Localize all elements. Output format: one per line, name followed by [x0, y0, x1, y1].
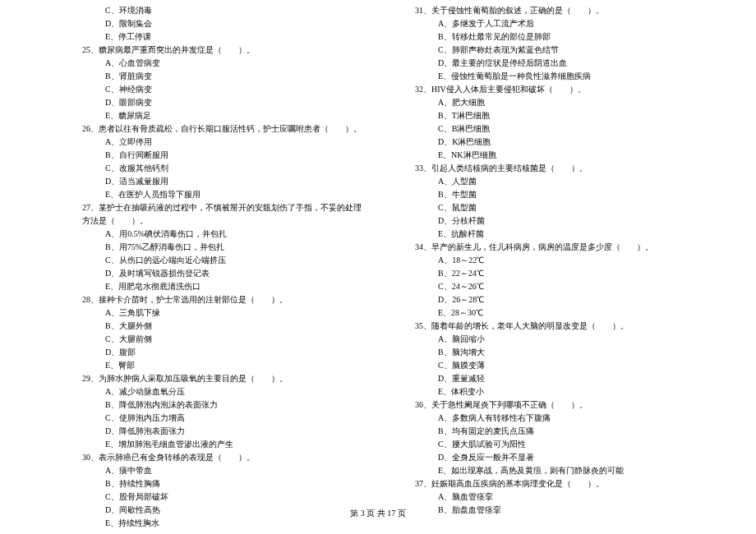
option-line: B、T淋巴细胞 — [415, 109, 698, 122]
document-columns: C、环境消毒D、限制集会E、停工停课25、糖尿病最严重而突出的并发症是（ ）。A… — [82, 4, 698, 530]
option-line: D、重量减轻 — [415, 372, 698, 385]
option-line: D、分枝杆菌 — [415, 214, 698, 228]
option-line: C、使肺泡内压力增高 — [82, 412, 366, 425]
question-line: 36、关于急性阑尾炎下列哪项不正确（ ）。 — [415, 398, 698, 412]
question-line: 30、表示肺癌已有全身转移的表现是（ ）。 — [82, 451, 366, 464]
option-line: C、鼠型菌 — [415, 201, 698, 214]
option-line: B、牛型菌 — [415, 188, 698, 201]
option-line: E、侵蚀性葡萄胎是一种良性滋养细胞疾病 — [415, 70, 698, 83]
page-footer: 第 3 页 共 17 页 — [0, 508, 756, 519]
option-line: C、脑膜变薄 — [415, 359, 698, 372]
question-line: 29、为肺水肿病人采取加压吸氧的主要目的是（ ）。 — [82, 372, 366, 385]
option-line: E、糖尿病足 — [82, 109, 366, 122]
option-line: D、限制集会 — [82, 17, 366, 30]
option-line: B、脑沟增大 — [415, 346, 698, 359]
option-line: E、如出现寒战，高热及黄疸，则有门静脉炎的可能 — [415, 464, 698, 477]
question-line: 28、接种卡介苗时，护士常选用的注射部位是（ ）。 — [82, 293, 366, 306]
option-line: E、用肥皂水彻底清洗伤口 — [82, 280, 366, 293]
question-line: 35、随着年龄的增长，老年人大脑的明显改变是（ ）。 — [415, 320, 698, 333]
option-line: A、立即停用 — [82, 136, 366, 149]
option-line: A、肥大细胞 — [415, 96, 698, 109]
option-line: C、神经病变 — [82, 83, 366, 96]
option-line: A、心血管病变 — [82, 57, 366, 70]
option-line: B、降低肺泡内泡沫的表面张力 — [82, 398, 366, 412]
option-line: E、在医护人员指导下服用 — [82, 188, 366, 201]
option-line: C、肺部声称灶表现为紫蓝色结节 — [415, 44, 698, 57]
option-line: B、持续性胸痛 — [82, 477, 366, 490]
option-line: B、均有固定的麦氏点压痛 — [415, 425, 698, 438]
option-line: D、K淋巴细胞 — [415, 136, 698, 149]
option-line: D、全身反应一般并不显著 — [415, 451, 698, 464]
option-line: C、环境消毒 — [82, 4, 366, 17]
left-column: C、环境消毒D、限制集会E、停工停课25、糖尿病最严重而突出的并发症是（ ）。A… — [82, 4, 366, 530]
option-line: D、眼部病变 — [82, 96, 366, 109]
option-line: E、停工停课 — [82, 30, 366, 44]
option-line: E、增加肺泡毛细血管渗出液的产生 — [82, 438, 366, 451]
option-line: A、多继发于人工流产术后 — [415, 17, 698, 30]
option-line: D、及时填写锐器损伤登记表 — [82, 267, 366, 280]
option-line: D、适当减量服用 — [82, 175, 366, 188]
option-line: E、28～30℃ — [415, 306, 698, 320]
option-line: B、22～24℃ — [415, 267, 698, 280]
option-line: D、26～28℃ — [415, 293, 698, 306]
option-line: D、腹部 — [82, 346, 366, 359]
option-line: E、臀部 — [82, 359, 366, 372]
option-line: A、18～22℃ — [415, 254, 698, 267]
option-line: B、自行间断服用 — [82, 149, 366, 162]
question-line: 26、患者以往有骨质疏松，自行长期口服活性钙，护士应嘱咐患者（ ）。 — [82, 122, 366, 136]
question-line: 27、某护士在抽吸药液的过程中，不慎被掰开的安瓿划伤了手指，不妥的处理方法是（ … — [82, 201, 366, 228]
option-line: B、转移灶最常见的部位是肺部 — [415, 30, 698, 44]
option-line: B、用75%乙醇消毒伤口，并包扎 — [82, 241, 366, 254]
option-line: C、大腿前侧 — [82, 333, 366, 346]
option-line: E、NK淋巴细胞 — [415, 149, 698, 162]
option-line: D、最主要的症状是停经后阴道出血 — [415, 57, 698, 70]
option-line: A、脑回缩小 — [415, 333, 698, 346]
option-line: C、股骨局部破坏 — [82, 490, 366, 504]
right-column: 31、关于侵蚀性葡萄胎的叙述，正确的是（ ）。A、多继发于人工流产术后B、转移灶… — [415, 4, 698, 530]
option-line: B、大腿外侧 — [82, 320, 366, 333]
option-line: E、体积变小 — [415, 385, 698, 398]
option-line: C、24～26℃ — [415, 280, 698, 293]
option-line: A、三角肌下缘 — [82, 306, 366, 320]
option-line: C、改服其他钙剂 — [82, 162, 366, 175]
option-line: A、人型菌 — [415, 175, 698, 188]
option-line: C、从伤口的远心端向近心端挤压 — [82, 254, 366, 267]
question-line: 33、引起人类结核病的主要结核菌是（ ）。 — [415, 162, 698, 175]
question-line: 37、妊娠期高血压疾病的基本病理变化是（ ）。 — [415, 477, 698, 490]
question-line: 31、关于侵蚀性葡萄胎的叙述，正确的是（ ）。 — [415, 4, 698, 17]
question-line: 32、HIV侵入人体后主要侵犯和破坏（ ）。 — [415, 83, 698, 96]
question-line: 34、早产的新生儿，住儿科病房，病房的温度是多少度（ ）。 — [415, 241, 698, 254]
option-line: A、用0.5%碘伏消毒伤口，并包扎 — [82, 228, 366, 241]
option-line: A、痰中带血 — [82, 464, 366, 477]
option-line: C、腰大肌试验可为阳性 — [415, 438, 698, 451]
option-line: E、抗酸杆菌 — [415, 228, 698, 241]
option-line: A、减少动脉血氧分压 — [82, 385, 366, 398]
option-line: D、降低肺泡表面张力 — [82, 425, 366, 438]
question-line: 25、糖尿病最严重而突出的并发症是（ ）。 — [82, 44, 366, 57]
option-line: A、多数病人有转移性右下腹痛 — [415, 412, 698, 425]
option-line: A、脑血管痉挛 — [415, 490, 698, 504]
option-line: B、肾脏病变 — [82, 70, 366, 83]
option-line: C、B淋巴细胞 — [415, 122, 698, 136]
